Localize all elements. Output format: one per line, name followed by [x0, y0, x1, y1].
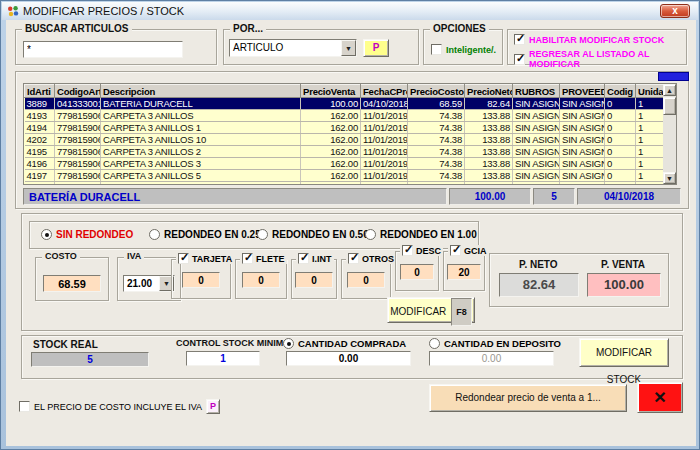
cantidad-comprada-radio[interactable]: CANTIDAD COMPRADA: [283, 338, 406, 349]
gcia-input[interactable]: [447, 264, 481, 280]
search-input[interactable]: [23, 41, 183, 58]
column-header[interactable]: Descripcion: [101, 85, 301, 98]
grid-cell: 11/01/2019: [361, 134, 408, 146]
grid-cell: SIN ASIGNA: [513, 122, 560, 134]
cantidad-comprada-input[interactable]: [286, 351, 411, 366]
inteligente-checkbox[interactable]: Inteligente/.: [431, 44, 496, 55]
vertical-scrollbar[interactable]: ▲ ▼: [663, 84, 676, 184]
otros-input[interactable]: [347, 272, 385, 288]
window-close-button[interactable]: x: [660, 4, 690, 18]
status-precio-venta: 100.00: [449, 188, 531, 205]
scroll-up-icon[interactable]: ▲: [663, 84, 676, 96]
tarjeta-input[interactable]: [182, 272, 220, 288]
modificar-label: MODIFICAR: [390, 306, 446, 317]
grid-cell: CARPETA 3 ANILLOS 10: [101, 134, 301, 146]
column-header[interactable]: FechaCPre: [361, 85, 408, 98]
grid-cell: 1: [636, 98, 665, 110]
grid-cell: 0: [605, 170, 636, 182]
grid-cell: 11/01/2019: [361, 110, 408, 122]
scroll-down-icon[interactable]: ▼: [663, 172, 676, 184]
footer-p-button[interactable]: P: [206, 399, 220, 414]
grid-cell: 11/01/2019: [361, 122, 408, 134]
articles-grid: IdArtiCodigoArtiDescripcionPrecioVentaFe…: [23, 83, 677, 185]
costo-input[interactable]: [43, 275, 101, 292]
p-venta-value: 100.00: [587, 273, 661, 297]
modificar-precios-window: MODIFICAR PRECIOS / STOCK x BUSCAR ARTIC…: [0, 0, 700, 450]
grid-cell: 1: [636, 122, 665, 134]
grid-cell: SIN ASIGNA: [560, 158, 605, 170]
table-row[interactable]: 41977798159068CARPETA 3 ANILLOS 5162.001…: [25, 170, 665, 182]
column-header[interactable]: RUBROS: [513, 85, 560, 98]
table-row[interactable]: 41957798159069CARPETA 3 ANILLOS 2162.001…: [25, 146, 665, 158]
habilitar-modificar-stock-checkbox[interactable]: HABILITAR MODIFICAR STOCK: [514, 34, 664, 45]
column-header[interactable]: PrecioCosto: [408, 85, 465, 98]
iint-input[interactable]: [295, 272, 333, 288]
column-header[interactable]: CodigoArti: [55, 85, 101, 98]
rounding-option-050[interactable]: REDONDEO EN 0.50: [257, 229, 369, 240]
grid-cell: SIN ASIGNA: [560, 110, 605, 122]
close-x-button[interactable]: ✕: [637, 382, 683, 413]
grid-cell: 7798159069: [55, 134, 101, 146]
por-combobox[interactable]: ARTICULO ▼: [229, 39, 357, 57]
gcia-checkbox[interactable]: [450, 245, 461, 256]
iva-select[interactable]: 21.00 ▼: [123, 275, 175, 292]
grid-cell: 7798159068: [55, 158, 101, 170]
iint-checkbox[interactable]: [298, 253, 309, 264]
column-header[interactable]: Unidad: [636, 85, 665, 98]
rounding-label: REDONDEO EN 0.25: [164, 229, 261, 240]
grid-cell: 133.88: [465, 134, 513, 146]
cantidad-deposito-radio[interactable]: CANTIDAD EN DEPOSITO: [429, 338, 561, 349]
rounding-option-sin-redondeo[interactable]: SIN REDONDEO: [41, 229, 133, 240]
checkbox-icon: [19, 401, 30, 412]
rounding-option-100[interactable]: REDONDEO EN 1.00: [365, 229, 477, 240]
grid-cell: 4202: [25, 134, 55, 146]
modificar-stock-button[interactable]: MODIFICAR STOCK: [579, 338, 669, 367]
column-header[interactable]: Codig: [605, 85, 636, 98]
gcia-label: GCIA: [464, 246, 487, 256]
grid-cell: BATERIA DURACELL: [101, 98, 301, 110]
table-row[interactable]: 41947798159069CARPETA 3 ANILLOS 1162.001…: [25, 122, 665, 134]
checkbox-icon: [431, 44, 442, 55]
grid-cell: 4198: [25, 182, 55, 186]
table-row[interactable]: 42027798159069CARPETA 3 ANILLOS 10162.00…: [25, 134, 665, 146]
control-stock-minimo-input[interactable]: [186, 351, 260, 366]
cantidad-deposito-input[interactable]: [429, 351, 554, 366]
regresar-listado-checkbox[interactable]: REGRESAR AL LISTADO AL MODIFICAR: [514, 49, 699, 69]
grid-cell: SIN ASIGNA: [513, 158, 560, 170]
desc-label: DESC: [416, 246, 441, 256]
desc-input[interactable]: [400, 264, 434, 280]
column-header[interactable]: IdArti: [25, 85, 55, 98]
grid-cell: CARPETA 3 ANILLOS 3: [101, 158, 301, 170]
flete-input[interactable]: [242, 272, 280, 288]
grid-cell: 7798159068: [55, 170, 101, 182]
status-bar: BATERÍA DURACELL 100.00 5 04/10/2018: [23, 188, 681, 205]
flete-checkbox[interactable]: [242, 253, 253, 264]
column-header[interactable]: PrecioNeto: [465, 85, 513, 98]
status-descripcion: BATERÍA DURACELL: [23, 188, 447, 205]
table-row[interactable]: 41937798159069CARPETA 3 ANILLOS162.0011/…: [25, 110, 665, 122]
desc-checkbox[interactable]: [402, 245, 413, 256]
grid-cell: 11/01/2019: [361, 158, 408, 170]
grid-cell: SIN ASIGNA: [513, 170, 560, 182]
chevron-down-icon[interactable]: ▼: [341, 40, 356, 56]
tarjeta-label: TARJETA: [192, 254, 232, 264]
rounding-option-025[interactable]: REDONDEO EN 0.25: [149, 229, 261, 240]
column-header[interactable]: PROVEEDO: [560, 85, 605, 98]
costo-incluye-iva-checkbox[interactable]: EL PRECIO DE COSTO INCLUYE EL IVA P: [19, 399, 220, 414]
column-header[interactable]: PrecioVenta: [301, 85, 361, 98]
redondear-button[interactable]: Redondear precio de venta a 1...: [429, 384, 627, 412]
otros-checkbox[interactable]: [348, 253, 359, 264]
p-button[interactable]: P: [363, 39, 389, 57]
table-row[interactable]: 41967798159068CARPETA 3 ANILLOS 3162.001…: [25, 158, 665, 170]
table-row[interactable]: 38890413330010BATERIA DURACELL100.0004/1…: [25, 98, 665, 110]
grid-cell: SIN ASIGNA: [560, 134, 605, 146]
tarjeta-checkbox[interactable]: [178, 253, 189, 264]
table-row[interactable]: 41987798159069CARPETA 3 ANILLOS 6162.001…: [25, 182, 665, 186]
buscar-articulos-label: BUSCAR ARTICULOS: [22, 23, 132, 34]
grid-cell: 1: [636, 170, 665, 182]
grid-cell: SIN ASIGNA: [513, 182, 560, 186]
modificar-button[interactable]: MODIFICARF8: [387, 297, 475, 323]
f8-keycap: F8: [451, 298, 472, 326]
scrollbar-thumb[interactable]: [663, 97, 676, 115]
grid-cell: SIN ASIGNA: [560, 170, 605, 182]
